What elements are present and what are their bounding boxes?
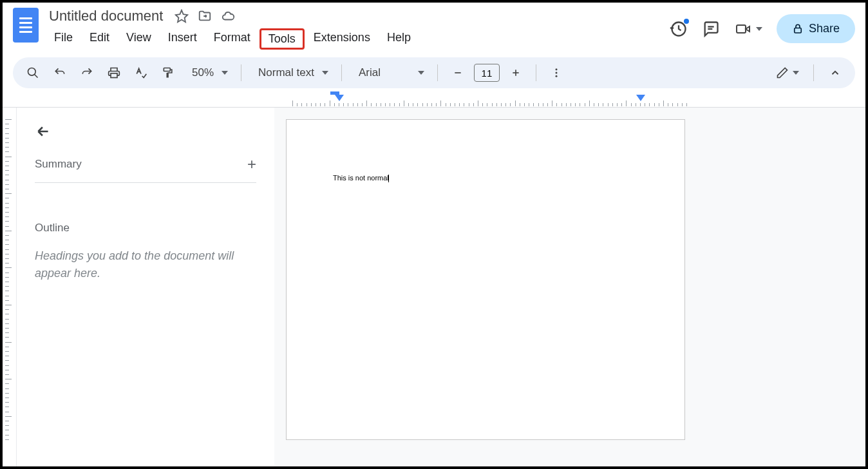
outline-panel: Summary + Outline Headings you add to th… [17, 108, 274, 466]
menu-insert[interactable]: Insert [160, 28, 205, 50]
svg-rect-2 [737, 25, 746, 33]
svg-point-11 [555, 68, 557, 70]
share-button[interactable]: Share [777, 14, 855, 43]
menubar: File Edit View Insert Format Tools Exten… [46, 28, 419, 50]
font-size-increase[interactable] [505, 62, 527, 84]
svg-point-13 [555, 75, 557, 77]
horizontal-ruler[interactable] [3, 92, 865, 108]
text-cursor [388, 175, 390, 182]
font-size-decrease[interactable] [447, 62, 469, 84]
move-folder-icon[interactable] [198, 9, 212, 23]
comments-icon[interactable] [702, 20, 720, 38]
caret-down-icon [793, 71, 799, 75]
menu-view[interactable]: View [118, 28, 159, 50]
outline-heading-label: Outline [35, 222, 256, 235]
document-title[interactable]: Untitled document [46, 8, 165, 24]
app-header: Untitled document File Edit View Insert … [3, 3, 865, 50]
document-text[interactable]: This is not normal [333, 174, 389, 182]
paint-format-icon[interactable] [157, 62, 179, 84]
paragraph-style-value: Normal text [254, 66, 318, 79]
font-family-dropdown[interactable]: Arial [351, 66, 428, 79]
svg-point-4 [28, 68, 36, 76]
paragraph-style-dropdown[interactable]: Normal text [250, 66, 332, 79]
svg-rect-3 [795, 28, 802, 33]
docs-logo-icon[interactable] [13, 8, 39, 43]
menu-edit[interactable]: Edit [82, 28, 117, 50]
menu-help[interactable]: Help [379, 28, 419, 50]
menu-file[interactable]: File [46, 28, 80, 50]
caret-down-icon [322, 71, 328, 75]
toolbar: 50% Normal text Arial 11 [13, 57, 855, 88]
more-tools-icon[interactable] [545, 62, 567, 84]
cloud-status-icon[interactable] [221, 9, 235, 23]
svg-line-5 [35, 75, 38, 78]
svg-point-12 [555, 72, 557, 74]
menu-tools[interactable]: Tools [259, 28, 305, 50]
editing-mode-dropdown[interactable] [772, 66, 803, 79]
history-icon[interactable] [670, 20, 688, 38]
font-family-value: Arial [355, 66, 384, 79]
collapse-toolbar-icon[interactable] [824, 62, 846, 84]
spellcheck-icon[interactable] [130, 62, 152, 84]
meet-dropdown[interactable] [734, 21, 762, 37]
star-icon[interactable] [175, 9, 189, 23]
indent-marker-left-icon[interactable] [335, 95, 344, 101]
share-label: Share [809, 22, 840, 35]
add-summary-icon[interactable]: + [247, 155, 256, 173]
vertical-ruler[interactable] [3, 108, 17, 466]
indent-marker-right-icon[interactable] [636, 95, 645, 101]
outline-close-icon[interactable] [35, 123, 256, 140]
document-page[interactable]: This is not normal [286, 119, 685, 440]
outline-placeholder: Headings you add to the document will ap… [35, 247, 256, 282]
menu-format[interactable]: Format [206, 28, 258, 50]
font-size-input[interactable]: 11 [474, 64, 500, 82]
document-canvas[interactable]: This is not normal [274, 108, 865, 466]
zoom-dropdown[interactable]: 50% [184, 66, 232, 79]
zoom-value: 50% [188, 66, 218, 79]
svg-rect-7 [164, 68, 170, 72]
redo-icon[interactable] [76, 62, 98, 84]
print-icon[interactable] [103, 62, 125, 84]
search-icon[interactable] [22, 62, 44, 84]
menu-extensions[interactable]: Extensions [306, 28, 378, 50]
summary-label: Summary [35, 158, 82, 171]
svg-rect-6 [111, 73, 117, 78]
caret-down-icon [222, 71, 228, 75]
undo-icon[interactable] [49, 62, 71, 84]
caret-down-icon [418, 71, 424, 75]
